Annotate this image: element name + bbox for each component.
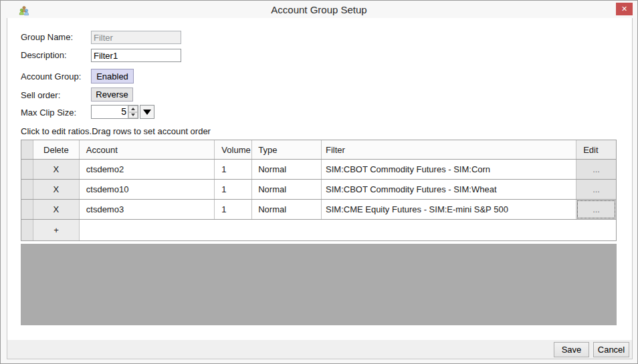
volume-cell[interactable]: 1 [215, 160, 252, 179]
accounts-grid: Delete Account Volume Type Filter Edit X… [21, 140, 617, 241]
account-column-header[interactable]: Account [80, 140, 215, 159]
account-group-label: Account Group: [21, 71, 81, 81]
save-button[interactable]: Save [554, 342, 589, 357]
close-button[interactable]: ✕ [616, 3, 633, 15]
row-drag-handle[interactable] [21, 200, 33, 219]
window-title: Account Group Setup [1, 4, 637, 15]
type-column-header[interactable]: Type [252, 140, 322, 159]
max-clip-size-label: Max Clip Size: [21, 108, 76, 118]
delete-column-header[interactable]: Delete [33, 140, 80, 159]
row-drag-handle[interactable] [21, 160, 33, 179]
dialog-footer-panel [7, 340, 633, 359]
edit-column-header[interactable]: Edit [576, 140, 616, 159]
filter-cell[interactable]: SIM:CBOT Commodity Futures - SIM:Wheat [322, 180, 576, 199]
table-row: X ctsdemo2 1 Normal SIM:CBOT Commodity F… [21, 160, 616, 180]
edit-ellipsis-button-focused[interactable]: ... [576, 200, 616, 219]
grid-header-row: Delete Account Volume Type Filter Edit [21, 140, 616, 160]
add-row: + [21, 220, 616, 240]
account-cell[interactable]: ctsdemo3 [80, 200, 215, 219]
title-bar[interactable]: Account Group Setup ✕ [1, 1, 637, 18]
max-clip-size-stepper[interactable]: 5 [91, 105, 138, 119]
max-clip-size-value[interactable]: 5 [92, 106, 128, 118]
add-row-button[interactable]: + [33, 220, 80, 240]
row-drag-handle[interactable] [21, 180, 33, 199]
grid-empty-area [21, 244, 617, 325]
type-cell[interactable]: Normal [252, 160, 322, 179]
add-row-empty-cell [80, 220, 616, 240]
spin-up-button[interactable] [128, 106, 138, 112]
dropdown-arrow-icon [143, 110, 151, 115]
filter-cell[interactable]: SIM:CME Equity Futures - SIM:E-mini S&P … [322, 200, 576, 219]
sell-order-label: Sell order: [21, 90, 60, 100]
row-header-column-header [21, 140, 33, 159]
close-icon: ✕ [621, 5, 627, 13]
max-clip-size-dropdown-button[interactable] [140, 105, 154, 119]
delete-cell[interactable]: X [33, 200, 80, 219]
account-cell[interactable]: ctsdemo2 [80, 160, 215, 179]
filter-cell[interactable]: SIM:CBOT Commodity Futures - SIM:Corn [322, 160, 576, 179]
account-cell[interactable]: ctsdemo10 [80, 180, 215, 199]
cancel-button[interactable]: Cancel [593, 342, 629, 357]
description-label: Description: [21, 50, 67, 60]
spinner-buttons [128, 106, 138, 118]
table-row: X ctsdemo10 1 Normal SIM:CBOT Commodity … [21, 180, 616, 200]
group-name-label: Group Name: [21, 32, 73, 42]
sell-order-reverse-button[interactable]: Reverse [91, 87, 133, 102]
row-drag-handle [21, 220, 33, 240]
account-group-enabled-button[interactable]: Enabled [91, 69, 134, 83]
group-name-field [91, 31, 181, 44]
delete-cell[interactable]: X [33, 180, 80, 199]
grid-hint-text: Click to edit ratios.Drag rows to set ac… [21, 126, 211, 136]
type-cell[interactable]: Normal [252, 200, 322, 219]
edit-ellipsis-button[interactable]: ... [576, 180, 616, 199]
delete-cell[interactable]: X [33, 160, 80, 179]
account-group-setup-dialog: Account Group Setup ✕ Group Name: Descri… [0, 0, 638, 364]
edit-ellipsis-button[interactable]: ... [576, 160, 616, 179]
spin-down-button[interactable] [128, 112, 138, 119]
volume-cell[interactable]: 1 [215, 200, 252, 219]
spin-down-icon [131, 114, 135, 116]
filter-column-header[interactable]: Filter [322, 140, 576, 159]
type-cell[interactable]: Normal [252, 180, 322, 199]
volume-column-header[interactable]: Volume [215, 140, 252, 159]
description-field[interactable] [91, 49, 181, 62]
volume-cell[interactable]: 1 [215, 180, 252, 199]
spin-up-icon [131, 108, 135, 110]
table-row: X ctsdemo3 1 Normal SIM:CME Equity Futur… [21, 200, 616, 220]
